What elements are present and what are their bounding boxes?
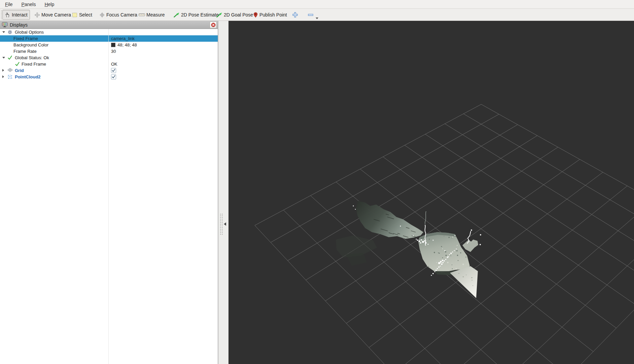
property-name: Frame Rate bbox=[13, 48, 37, 54]
property-name: Fixed Frame bbox=[13, 35, 38, 42]
menu-item-help[interactable]: Help bbox=[42, 1, 57, 8]
enabled-checkbox[interactable] bbox=[111, 68, 116, 73]
tool-label: 2D Goal Pose bbox=[224, 12, 253, 17]
menu-item-file[interactable]: File bbox=[3, 1, 15, 8]
grid-line bbox=[360, 169, 593, 352]
menu-item-panels[interactable]: Panels bbox=[19, 1, 38, 8]
ruler-icon bbox=[139, 13, 145, 17]
tool-button-publish-point[interactable]: Publish Point bbox=[251, 10, 289, 20]
tool-button-focus-camera[interactable]: Focus Camera bbox=[97, 10, 139, 20]
tool-label: Interact bbox=[12, 12, 28, 17]
property-name: Global Status: Ok bbox=[15, 54, 49, 61]
tree-row-grid[interactable]: Grid bbox=[0, 67, 218, 74]
focus-icon bbox=[99, 12, 105, 18]
displays-monitor-icon bbox=[2, 22, 7, 27]
tool-label: 2D Pose Estimate bbox=[181, 12, 219, 17]
add-tool-button[interactable] bbox=[290, 10, 300, 20]
panel-title: Displays bbox=[10, 22, 28, 28]
check-icon bbox=[15, 62, 20, 67]
grid-line bbox=[481, 104, 634, 232]
tool-button-2d-pose-estimate[interactable]: 2D Pose Estimate bbox=[172, 10, 221, 20]
point-cloud-wall-slab bbox=[418, 232, 470, 272]
green-arrow-icon bbox=[216, 12, 222, 17]
enabled-checkbox[interactable] bbox=[111, 74, 116, 79]
color-swatch bbox=[111, 43, 115, 47]
tree-row-fixed-frame[interactable]: Fixed Framecamera_link bbox=[0, 35, 218, 42]
check-icon bbox=[7, 55, 12, 60]
point-cloud bbox=[336, 201, 481, 298]
tree-collapsed-arrow-icon[interactable] bbox=[2, 75, 4, 78]
point-cloud-right-flag bbox=[462, 240, 478, 252]
panel-close-button[interactable] bbox=[210, 22, 217, 28]
grid-icon bbox=[7, 68, 12, 73]
render-viewport-3d[interactable] bbox=[228, 21, 634, 364]
grid-line bbox=[369, 172, 603, 348]
displays-tree: Global OptionsFixed Framecamera_linkBack… bbox=[0, 29, 218, 364]
tree-row-background-color[interactable]: Background Color48; 48; 48 bbox=[0, 42, 218, 48]
tool-button-measure[interactable]: Measure bbox=[137, 10, 167, 20]
hand-icon bbox=[5, 12, 10, 18]
tool-button-2d-goal-pose[interactable]: 2D Goal Pose bbox=[214, 10, 255, 20]
tree-row-global-status-ok[interactable]: Global Status: Ok bbox=[0, 54, 218, 61]
property-value[interactable]: camera_link bbox=[111, 35, 135, 42]
tree-row-global-options[interactable]: Global Options bbox=[0, 29, 218, 35]
scene-root bbox=[255, 104, 634, 364]
grid-line bbox=[383, 157, 616, 328]
pin-icon bbox=[253, 12, 258, 18]
tree-row-fixed-frame[interactable]: Fixed FrameOK bbox=[0, 61, 218, 67]
tree-row-pointcloud2[interactable]: PointCloud2 bbox=[0, 74, 218, 80]
tool-label: Focus Camera bbox=[106, 12, 137, 17]
tool-button-move-camera[interactable]: Move Camera bbox=[32, 10, 73, 20]
grid-line bbox=[325, 147, 558, 301]
property-value[interactable]: OK bbox=[111, 61, 117, 67]
point-cloud-fan-shadow-2 bbox=[346, 253, 367, 266]
property-value[interactable]: 30 bbox=[111, 48, 116, 54]
property-value[interactable]: 48; 48; 48 bbox=[117, 42, 137, 48]
minus-icon bbox=[308, 13, 314, 16]
property-name: Grid bbox=[15, 67, 24, 74]
remove-tool-button[interactable] bbox=[306, 10, 316, 20]
tree-expanded-arrow-icon[interactable] bbox=[2, 57, 5, 59]
grid-line bbox=[311, 195, 542, 364]
splitter-collapse-arrow-icon[interactable] bbox=[224, 222, 226, 226]
tool-label: Publish Point bbox=[259, 12, 287, 17]
displays-panel: Displays Global OptionsFixed Framecamera… bbox=[0, 21, 218, 364]
green-arrow-icon bbox=[174, 12, 180, 17]
tool-button-select[interactable]: Select bbox=[70, 10, 94, 20]
displays-panel-header[interactable]: Displays bbox=[0, 21, 218, 29]
tree-column-divider[interactable] bbox=[108, 29, 109, 364]
grid-line bbox=[288, 124, 518, 260]
close-icon bbox=[211, 23, 216, 27]
tool-button-interact[interactable]: Interact bbox=[2, 10, 30, 20]
tree-row-frame-rate[interactable]: Frame Rate30 bbox=[0, 48, 218, 54]
tool-label: Move Camera bbox=[41, 12, 71, 17]
property-name: Background Color bbox=[13, 42, 48, 48]
tool-label: Select bbox=[79, 12, 92, 17]
toolbar: InteractMove CameraSelectFocus CameraMea… bbox=[0, 9, 634, 21]
splitter-grip-dots bbox=[220, 213, 223, 235]
plus-icon bbox=[292, 12, 298, 18]
panel-splitter[interactable] bbox=[218, 21, 228, 364]
grid-line bbox=[346, 159, 580, 323]
tool-label: Measure bbox=[146, 12, 165, 17]
select-box-icon bbox=[72, 12, 78, 18]
move-icon bbox=[34, 12, 40, 18]
tree-expanded-arrow-icon[interactable] bbox=[2, 31, 5, 33]
tree-collapsed-arrow-icon[interactable] bbox=[2, 69, 4, 72]
property-name: Fixed Frame bbox=[22, 61, 46, 67]
property-name: PointCloud2 bbox=[15, 74, 41, 80]
remove-tool-dropdown-caret-icon[interactable] bbox=[316, 17, 318, 19]
menu-bar: FilePanelsHelp bbox=[0, 0, 634, 9]
property-name: Global Options bbox=[15, 29, 44, 35]
pointcloud-icon bbox=[7, 74, 12, 79]
gear-icon bbox=[7, 30, 12, 35]
grid-line bbox=[481, 232, 634, 364]
grid-line bbox=[420, 201, 634, 364]
grid-line bbox=[306, 136, 537, 280]
